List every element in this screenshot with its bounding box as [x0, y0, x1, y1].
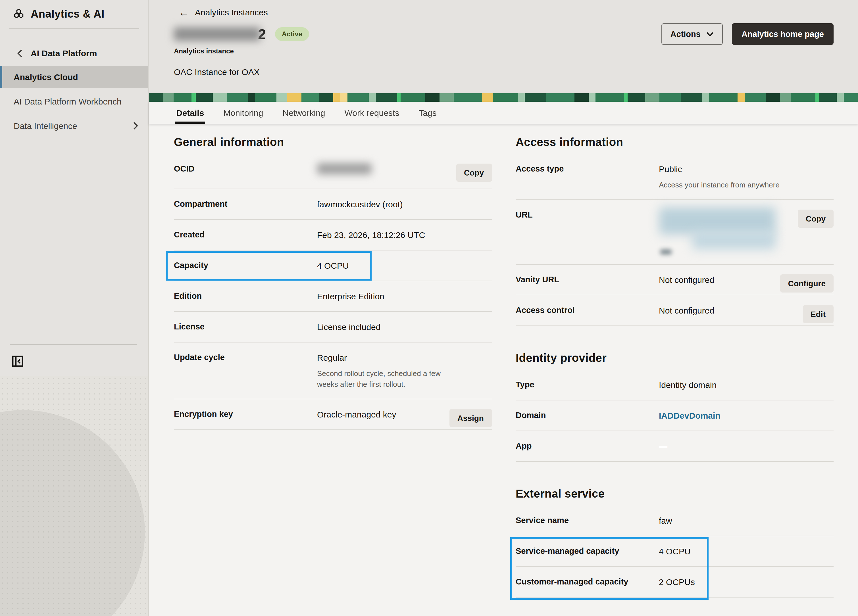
sidebar-footer-divider — [10, 344, 137, 345]
field-value: 4 OCPU — [317, 260, 349, 280]
field-value: Identity domain — [659, 379, 717, 399]
field-label: Service name — [516, 515, 659, 535]
chevron-down-icon — [706, 31, 713, 37]
actions-button-label: Actions — [670, 29, 701, 39]
row-edition: Edition Enterprise Edition — [174, 281, 492, 312]
tab-work-requests[interactable]: Work requests — [345, 102, 399, 124]
instance-description: OAC Instance for OAX — [174, 67, 858, 77]
section-heading: General information — [174, 136, 492, 149]
title-row: 2 Active Actions Analytics home page — [174, 25, 833, 43]
sidebar-header: Analytics & AI — [0, 0, 148, 20]
field-label: Service-managed capacity — [516, 546, 659, 566]
analytics-ai-icon — [12, 8, 25, 20]
right-column: Access information Access type Public Ac… — [516, 124, 833, 616]
row-idp-app: App — — [516, 431, 833, 462]
field-value: fawmockcustdev (root) — [317, 199, 403, 219]
collapse-panel-icon — [12, 355, 23, 367]
access-type-note: Access your instance from anywhere — [659, 180, 780, 190]
content: General information OCID Copy Compartmen… — [149, 124, 858, 616]
capacity-highlight-wrap: Capacity 4 OCPU — [174, 250, 492, 281]
field-value: — — [659, 441, 667, 461]
field-label: URL — [516, 209, 659, 230]
sidebar-item-ai-data-platform-workbench[interactable]: AI Data Platform Workbench — [0, 90, 148, 112]
tab-networking[interactable]: Networking — [283, 102, 325, 124]
row-update-cycle: Update cycle Regular Second rollout cycl… — [174, 343, 492, 399]
field-label: OCID — [174, 164, 317, 183]
breadcrumb[interactable]: ← Analytics Instances — [149, 0, 268, 17]
main-panel: ← Analytics Instances 2 Active Actions — [149, 0, 858, 616]
row-idp-domain: Domain IADDevDomain — [516, 400, 833, 431]
field-value — [659, 209, 778, 264]
field-value: Not configured — [659, 275, 714, 294]
chevron-left-icon — [17, 48, 23, 57]
sidebar: Analytics & AI AI Data Platform Analytic… — [0, 0, 149, 616]
sidebar-collapse-button[interactable] — [12, 355, 23, 367]
field-label: Customer-managed capacity — [516, 577, 659, 596]
sidebar-item-label: Analytics Cloud — [14, 72, 78, 82]
field-value: faw — [659, 515, 672, 535]
row-access-type: Access type Public Access your instance … — [516, 154, 833, 200]
sidebar-parent-label: AI Data Platform — [31, 48, 97, 58]
field-value: Public Access your instance from anywher… — [659, 164, 780, 199]
tab-tags[interactable]: Tags — [418, 102, 437, 124]
configure-vanity-url-button[interactable]: Configure — [780, 275, 833, 293]
section-heading: Identity provider — [516, 352, 833, 365]
section-heading: Access information — [516, 136, 833, 149]
actions-button[interactable]: Actions — [661, 23, 723, 45]
field-label: Capacity — [174, 260, 317, 280]
copy-url-button[interactable]: Copy — [798, 209, 833, 228]
texture-circle — [0, 410, 145, 616]
field-value: Regular Second rollout cycle, scheduled … — [317, 352, 441, 399]
field-value: Enterprise Edition — [317, 291, 384, 311]
row-service-managed-capacity: Service-managed capacity 4 OCPU — [516, 536, 833, 567]
field-value: Feb 23, 2026, 18:12:26 UTC — [317, 230, 425, 249]
sidebar-back-ai-data-platform[interactable]: AI Data Platform — [0, 44, 148, 62]
field-label: Type — [516, 379, 659, 399]
row-created: Created Feb 23, 2026, 18:12:26 UTC — [174, 220, 492, 250]
general-information-section: General information OCID Copy Compartmen… — [174, 124, 492, 616]
status-badge: Active — [275, 27, 309, 41]
tab-monitoring[interactable]: Monitoring — [223, 102, 263, 124]
sidebar-item-label: Data Intelligence — [14, 121, 77, 130]
field-value — [317, 164, 371, 183]
header-actions: Actions Analytics home page — [661, 23, 833, 45]
row-idp-type: Type Identity domain — [516, 370, 833, 400]
external-capacity-highlight-wrap: Service-managed capacity 4 OCPU Customer… — [516, 536, 833, 597]
assign-encryption-key-button[interactable]: Assign — [449, 409, 492, 427]
chevron-right-icon — [133, 121, 138, 130]
field-label: Vanity URL — [516, 275, 659, 294]
breadcrumb-label: Analytics Instances — [195, 8, 268, 17]
field-value: 2 OCPUs — [659, 577, 695, 596]
field-value: License included — [317, 321, 381, 341]
field-label: Access control — [516, 305, 659, 325]
field-value: Oracle-managed key — [317, 409, 396, 429]
row-url: URL Copy — [516, 200, 833, 265]
update-cycle-note: Second rollout cycle, scheduled a few we… — [317, 368, 441, 389]
tab-bar: Details Monitoring Networking Work reque… — [149, 102, 858, 124]
row-customer-managed-capacity: Customer-managed capacity 2 OCPUs — [516, 567, 833, 597]
analytics-home-page-button[interactable]: Analytics home page — [732, 23, 833, 45]
sidebar-texture — [0, 376, 148, 616]
edit-access-control-button[interactable]: Edit — [803, 305, 833, 323]
sidebar-item-data-intelligence[interactable]: Data Intelligence — [0, 115, 148, 137]
copy-ocid-button[interactable]: Copy — [456, 164, 492, 182]
field-value: Not configured — [659, 305, 714, 325]
redacted-instance-name — [174, 27, 260, 41]
identity-domain-link[interactable]: IADDevDomain — [659, 410, 721, 430]
field-label: Update cycle — [174, 352, 317, 372]
sidebar-item-analytics-cloud[interactable]: Analytics Cloud — [0, 66, 148, 88]
row-license: License License included — [174, 312, 492, 343]
field-label: License — [174, 321, 317, 341]
redacted-ocid — [317, 163, 371, 174]
page-header: ← Analytics Instances 2 Active Actions — [149, 0, 858, 93]
sidebar-title: Analytics & AI — [31, 8, 104, 20]
row-capacity: Capacity 4 OCPU — [174, 250, 492, 281]
back-arrow-icon: ← — [179, 8, 189, 17]
field-label: Edition — [174, 291, 317, 311]
redacted-url — [659, 207, 778, 255]
section-heading: External service — [516, 487, 833, 500]
field-value: 4 OCPU — [659, 546, 691, 566]
field-label: Encryption key — [174, 409, 317, 429]
tab-details[interactable]: Details — [176, 102, 204, 124]
field-label: Domain — [516, 410, 659, 430]
